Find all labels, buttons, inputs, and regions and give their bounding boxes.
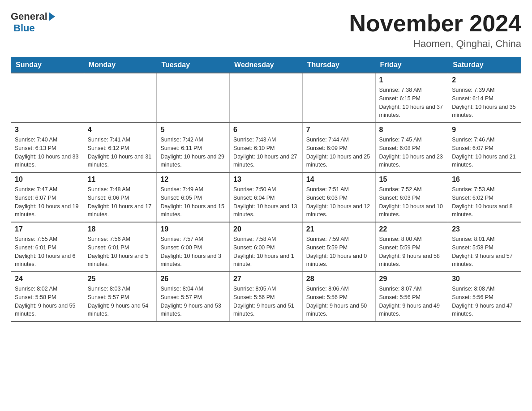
calendar-cell: 10Sunrise: 7:47 AM Sunset: 6:07 PM Dayli…: [11, 172, 84, 222]
day-number: 3: [15, 126, 80, 134]
logo-general-text: General: [11, 11, 47, 22]
day-info: Sunrise: 7:56 AM Sunset: 6:01 PM Dayligh…: [88, 235, 153, 269]
day-info: Sunrise: 8:02 AM Sunset: 5:58 PM Dayligh…: [15, 285, 80, 318]
calendar-cell: 21Sunrise: 7:59 AM Sunset: 5:59 PM Dayli…: [302, 222, 375, 272]
calendar-week-row: 24Sunrise: 8:02 AM Sunset: 5:58 PM Dayli…: [11, 272, 521, 321]
calendar-cell: 9Sunrise: 7:46 AM Sunset: 6:07 PM Daylig…: [448, 123, 521, 172]
day-number: 11: [88, 176, 153, 184]
day-info: Sunrise: 7:49 AM Sunset: 6:05 PM Dayligh…: [160, 185, 226, 219]
day-info: Sunrise: 8:08 AM Sunset: 5:56 PM Dayligh…: [452, 285, 517, 318]
day-number: 2: [452, 76, 517, 84]
day-info: Sunrise: 7:40 AM Sunset: 6:13 PM Dayligh…: [15, 136, 80, 169]
page-header: General Blue November 2024 Haomen, Qingh…: [11, 11, 521, 50]
title-section: November 2024 Haomen, Qinghai, China: [349, 11, 521, 50]
day-info: Sunrise: 7:57 AM Sunset: 6:00 PM Dayligh…: [160, 235, 226, 269]
day-info: Sunrise: 7:47 AM Sunset: 6:07 PM Dayligh…: [15, 185, 80, 219]
day-number: 15: [379, 176, 445, 184]
calendar-cell: [302, 73, 375, 123]
calendar-cell: [157, 73, 230, 123]
day-number: 9: [452, 126, 517, 134]
calendar-cell: 1Sunrise: 7:38 AM Sunset: 6:15 PM Daylig…: [375, 73, 448, 123]
day-number: 7: [306, 126, 372, 134]
day-number: 27: [233, 275, 299, 283]
day-info: Sunrise: 7:43 AM Sunset: 6:10 PM Dayligh…: [233, 136, 299, 169]
day-number: 13: [233, 176, 299, 184]
calendar-cell: [84, 73, 157, 123]
day-number: 4: [88, 126, 153, 134]
calendar-cell: 8Sunrise: 7:45 AM Sunset: 6:08 PM Daylig…: [375, 123, 448, 172]
day-number: 23: [452, 225, 517, 233]
calendar-cell: 25Sunrise: 8:03 AM Sunset: 5:57 PM Dayli…: [84, 272, 157, 321]
calendar-cell: 12Sunrise: 7:49 AM Sunset: 6:05 PM Dayli…: [157, 172, 230, 222]
calendar-cell: 3Sunrise: 7:40 AM Sunset: 6:13 PM Daylig…: [11, 123, 84, 172]
header-day-tuesday: Tuesday: [157, 57, 230, 73]
calendar-cell: 19Sunrise: 7:57 AM Sunset: 6:00 PM Dayli…: [157, 222, 230, 272]
day-number: 10: [15, 176, 80, 184]
calendar-cell: 29Sunrise: 8:07 AM Sunset: 5:56 PM Dayli…: [375, 272, 448, 321]
day-number: 8: [379, 126, 445, 134]
day-number: 18: [88, 225, 153, 233]
calendar-week-row: 17Sunrise: 7:55 AM Sunset: 6:01 PM Dayli…: [11, 222, 521, 272]
day-number: 5: [160, 126, 226, 134]
day-number: 30: [452, 275, 517, 283]
calendar-cell: 20Sunrise: 7:58 AM Sunset: 6:00 PM Dayli…: [230, 222, 303, 272]
calendar-cell: 7Sunrise: 7:44 AM Sunset: 6:09 PM Daylig…: [302, 123, 375, 172]
day-info: Sunrise: 7:55 AM Sunset: 6:01 PM Dayligh…: [15, 235, 80, 269]
day-number: 24: [15, 275, 80, 283]
day-number: 25: [88, 275, 153, 283]
calendar-week-row: 3Sunrise: 7:40 AM Sunset: 6:13 PM Daylig…: [11, 123, 521, 172]
day-info: Sunrise: 7:48 AM Sunset: 6:06 PM Dayligh…: [88, 185, 153, 219]
calendar-cell: 27Sunrise: 8:05 AM Sunset: 5:56 PM Dayli…: [230, 272, 303, 321]
header-day-thursday: Thursday: [302, 57, 375, 73]
day-number: 21: [306, 225, 372, 233]
day-number: 20: [233, 225, 299, 233]
day-info: Sunrise: 7:50 AM Sunset: 6:04 PM Dayligh…: [233, 185, 299, 219]
calendar-cell: 2Sunrise: 7:39 AM Sunset: 6:14 PM Daylig…: [448, 73, 521, 123]
header-day-sunday: Sunday: [11, 57, 84, 73]
calendar-cell: 5Sunrise: 7:42 AM Sunset: 6:11 PM Daylig…: [157, 123, 230, 172]
day-number: 16: [452, 176, 517, 184]
header-day-monday: Monday: [84, 57, 157, 73]
location-subtitle: Haomen, Qinghai, China: [349, 38, 521, 50]
calendar-cell: 26Sunrise: 8:04 AM Sunset: 5:57 PM Dayli…: [157, 272, 230, 321]
calendar-cell: 6Sunrise: 7:43 AM Sunset: 6:10 PM Daylig…: [230, 123, 303, 172]
header-day-saturday: Saturday: [448, 57, 521, 73]
day-info: Sunrise: 7:41 AM Sunset: 6:12 PM Dayligh…: [88, 136, 153, 169]
calendar-cell: 14Sunrise: 7:51 AM Sunset: 6:03 PM Dayli…: [302, 172, 375, 222]
logo-arrow-icon: [49, 12, 55, 21]
calendar-header-row: SundayMondayTuesdayWednesdayThursdayFrid…: [11, 57, 521, 73]
day-info: Sunrise: 7:53 AM Sunset: 6:02 PM Dayligh…: [452, 185, 517, 219]
calendar-cell: 22Sunrise: 8:00 AM Sunset: 5:59 PM Dayli…: [375, 222, 448, 272]
calendar-cell: 30Sunrise: 8:08 AM Sunset: 5:56 PM Dayli…: [448, 272, 521, 321]
calendar-cell: [230, 73, 303, 123]
header-day-friday: Friday: [375, 57, 448, 73]
day-number: 22: [379, 225, 445, 233]
day-info: Sunrise: 8:06 AM Sunset: 5:56 PM Dayligh…: [306, 285, 372, 318]
day-info: Sunrise: 8:01 AM Sunset: 5:58 PM Dayligh…: [452, 235, 517, 269]
day-number: 12: [160, 176, 226, 184]
calendar-cell: 23Sunrise: 8:01 AM Sunset: 5:58 PM Dayli…: [448, 222, 521, 272]
day-info: Sunrise: 8:00 AM Sunset: 5:59 PM Dayligh…: [379, 235, 445, 269]
day-info: Sunrise: 7:45 AM Sunset: 6:08 PM Dayligh…: [379, 136, 445, 169]
day-info: Sunrise: 8:03 AM Sunset: 5:57 PM Dayligh…: [88, 285, 153, 318]
month-year-title: November 2024: [349, 11, 521, 36]
calendar-cell: [11, 73, 84, 123]
day-number: 17: [15, 225, 80, 233]
day-number: 28: [306, 275, 372, 283]
calendar-cell: 11Sunrise: 7:48 AM Sunset: 6:06 PM Dayli…: [84, 172, 157, 222]
calendar-cell: 28Sunrise: 8:06 AM Sunset: 5:56 PM Dayli…: [302, 272, 375, 321]
calendar-cell: 15Sunrise: 7:52 AM Sunset: 6:03 PM Dayli…: [375, 172, 448, 222]
header-day-wednesday: Wednesday: [230, 57, 303, 73]
day-number: 1: [379, 76, 445, 84]
calendar-cell: 16Sunrise: 7:53 AM Sunset: 6:02 PM Dayli…: [448, 172, 521, 222]
calendar-cell: 4Sunrise: 7:41 AM Sunset: 6:12 PM Daylig…: [84, 123, 157, 172]
calendar-cell: 17Sunrise: 7:55 AM Sunset: 6:01 PM Dayli…: [11, 222, 84, 272]
day-info: Sunrise: 7:39 AM Sunset: 6:14 PM Dayligh…: [452, 86, 517, 120]
day-info: Sunrise: 7:58 AM Sunset: 6:00 PM Dayligh…: [233, 235, 299, 269]
day-number: 19: [160, 225, 226, 233]
logo: General Blue: [11, 11, 55, 34]
day-info: Sunrise: 7:59 AM Sunset: 5:59 PM Dayligh…: [306, 235, 372, 269]
calendar-week-row: 1Sunrise: 7:38 AM Sunset: 6:15 PM Daylig…: [11, 73, 521, 123]
logo-blue-text: Blue: [13, 22, 35, 34]
calendar-cell: 24Sunrise: 8:02 AM Sunset: 5:58 PM Dayli…: [11, 272, 84, 321]
